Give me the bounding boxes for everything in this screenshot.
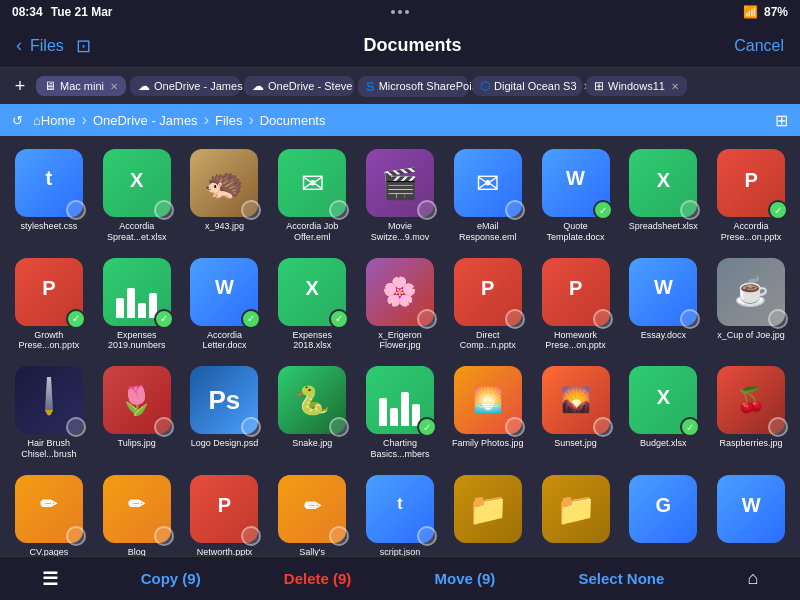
check-stylesheet[interactable]	[66, 200, 86, 220]
cancel-button[interactable]: Cancel	[734, 37, 784, 54]
check-brush[interactable]	[66, 417, 86, 437]
tab-sharepoint-label: Microsoft SharePoint	[379, 80, 481, 92]
check-sallys[interactable]	[329, 526, 349, 546]
file-essay[interactable]: W Essay.docx	[622, 253, 704, 356]
tab-macmini[interactable]: 🖥 Mac mini ✕	[36, 76, 126, 96]
check-expenses-2019[interactable]: ✓	[154, 309, 174, 329]
file-family-photos[interactable]: 🌅 Family Photos.jpg	[447, 361, 529, 464]
tab-windows11-close[interactable]: ✕	[671, 81, 679, 92]
file-networth[interactable]: P Networth.pptx	[184, 470, 266, 556]
copy-button[interactable]: Copy (9)	[125, 562, 217, 595]
tab-macmini-close[interactable]: ✕	[110, 81, 118, 92]
file-x943jpg[interactable]: 🦔 x_943.jpg	[184, 144, 266, 247]
file-label-flower: x_Erigeron Flower.jpg	[364, 330, 436, 352]
back-arrow-icon: ‹	[16, 35, 22, 56]
check-networth[interactable]	[241, 526, 261, 546]
breadcrumb-onedrive-james[interactable]: OneDrive - James	[93, 113, 198, 128]
file-folder-2[interactable]: 📁	[535, 470, 617, 556]
file-expenses-2018[interactable]: X ✓ Expenses 2018.xlsx	[271, 253, 353, 356]
check-homework-pptx[interactable]	[593, 309, 613, 329]
status-bar: 08:34 Tue 21 Mar 📶 87%	[0, 0, 800, 24]
file-accordia-joboffer[interactable]: ✉ Accordia Job Offer.eml	[271, 144, 353, 247]
file-sunset[interactable]: 🌄 Sunset.jpg	[535, 361, 617, 464]
file-direct-comp[interactable]: P Direct Comp...n.pptx	[447, 253, 529, 356]
check-logo[interactable]	[241, 417, 261, 437]
file-homework-pptx[interactable]: P Homework Prese...on.pptx	[535, 253, 617, 356]
sidebar-icon[interactable]: ⊡	[76, 35, 91, 57]
check-raspberries[interactable]	[768, 417, 788, 437]
check-cv[interactable]	[66, 526, 86, 546]
check-tulips[interactable]	[154, 417, 174, 437]
file-logo-design[interactable]: Ps Logo Design.psd	[184, 361, 266, 464]
file-label-budget: Budget.xlsx	[640, 438, 687, 449]
check-movie[interactable]	[417, 200, 437, 220]
check-x943[interactable]	[241, 200, 261, 220]
file-tulips[interactable]: 🌷 Tulips.jpg	[96, 361, 178, 464]
file-blog-article[interactable]: ✏ Blog Article.pages	[96, 470, 178, 556]
check-direct-comp[interactable]	[505, 309, 525, 329]
select-none-button[interactable]: Select None	[563, 562, 681, 595]
file-snake[interactable]: 🐍 Snake.jpg	[271, 361, 353, 464]
file-movie[interactable]: 🎬 Movie Switze...9.mov	[359, 144, 441, 247]
check-sunset[interactable]	[593, 417, 613, 437]
file-sallys-notes[interactable]: ✏ Sally's Notes.pages	[271, 470, 353, 556]
file-stylesheet-css[interactable]: t stylesheet.css	[8, 144, 90, 247]
check-charting[interactable]: ✓	[417, 417, 437, 437]
tab-windows11[interactable]: ⊞ Windows11 ✕	[586, 76, 687, 96]
file-accordia-letter[interactable]: W ✓ Accordia Letter.docx	[184, 253, 266, 356]
check-cup[interactable]	[768, 309, 788, 329]
tab-onedrive-james[interactable]: ☁ OneDrive - James ✕	[130, 76, 240, 96]
tab-windows11-label: Windows11	[608, 80, 665, 92]
tab-macmini-label: Mac mini	[60, 80, 104, 92]
file-accordia-spread[interactable]: X Accordia Spreat...et.xlsx	[96, 144, 178, 247]
check-script[interactable]	[417, 526, 437, 546]
home-button[interactable]: ⌂	[732, 560, 775, 597]
delete-button[interactable]: Delete (9)	[268, 562, 368, 595]
date: Tue 21 Mar	[51, 5, 113, 19]
file-spreadsheet[interactable]: X Spreadsheet.xlsx	[622, 144, 704, 247]
file-hair-brush[interactable]: Hair Brush Chisel...brush	[8, 361, 90, 464]
check-email-response[interactable]	[505, 200, 525, 220]
check-blog[interactable]	[154, 526, 174, 546]
file-gdoc-word[interactable]: W	[710, 470, 792, 556]
add-tab-button[interactable]: +	[8, 74, 32, 98]
check-accordia-joboffer[interactable]	[329, 200, 349, 220]
file-expenses-2019[interactable]: ✓ Expenses 2019.numbers	[96, 253, 178, 356]
file-flower[interactable]: 🌸 x_Erigeron Flower.jpg	[359, 253, 441, 356]
file-email-response[interactable]: ✉ eMail Response.eml	[447, 144, 529, 247]
file-script-json[interactable]: t script.json	[359, 470, 441, 556]
tab-onedrive-steve[interactable]: ☁ OneDrive - Steve ✕	[244, 76, 354, 96]
grid-view-icon[interactable]: ⊞	[775, 111, 788, 130]
menu-button[interactable]: ☰	[26, 560, 74, 598]
back-button[interactable]: Files	[30, 37, 64, 55]
breadcrumb-files[interactable]: Files	[215, 113, 242, 128]
file-charting[interactable]: ✓ Charting Basics...mbers	[359, 361, 441, 464]
file-gdoc-blue[interactable]: G	[622, 470, 704, 556]
check-accordia-letter[interactable]: ✓	[241, 309, 261, 329]
file-cup-of-joe[interactable]: ☕ x_Cup of Joe.jpg	[710, 253, 792, 356]
check-accordia-pptx[interactable]: ✓	[768, 200, 788, 220]
check-accordia-spread[interactable]	[154, 200, 174, 220]
move-button[interactable]: Move (9)	[419, 562, 512, 595]
check-expenses-2018[interactable]: ✓	[329, 309, 349, 329]
check-essay[interactable]	[680, 309, 700, 329]
breadcrumb-home[interactable]: ⌂ Home	[33, 113, 76, 128]
check-budget[interactable]: ✓	[680, 417, 700, 437]
check-flower[interactable]	[417, 309, 437, 329]
check-quote-template[interactable]: ✓	[593, 200, 613, 220]
file-accordia-pptx[interactable]: P ✓ Accordia Prese...on.pptx	[710, 144, 792, 247]
tab-digitalocean[interactable]: ⬡ Digital Ocean S3 ✕	[472, 76, 582, 96]
file-cv-pages[interactable]: ✏ CV.pages	[8, 470, 90, 556]
file-folder-1[interactable]: 📁	[447, 470, 529, 556]
file-growth-pptx[interactable]: P ✓ Growth Prese...on.pptx	[8, 253, 90, 356]
check-snake[interactable]	[329, 417, 349, 437]
file-raspberries[interactable]: 🍒 Raspberries.jpg	[710, 361, 792, 464]
check-spreadsheet[interactable]	[680, 200, 700, 220]
tab-sharepoint[interactable]: S Microsoft SharePoint ✕	[358, 76, 468, 97]
breadcrumb-documents[interactable]: Documents	[260, 113, 326, 128]
check-family[interactable]	[505, 417, 525, 437]
refresh-icon[interactable]: ↺	[12, 113, 23, 128]
file-budget[interactable]: X ✓ Budget.xlsx	[622, 361, 704, 464]
file-quote-template[interactable]: W ✓ Quote Template.docx	[535, 144, 617, 247]
check-growth-pptx[interactable]: ✓	[66, 309, 86, 329]
